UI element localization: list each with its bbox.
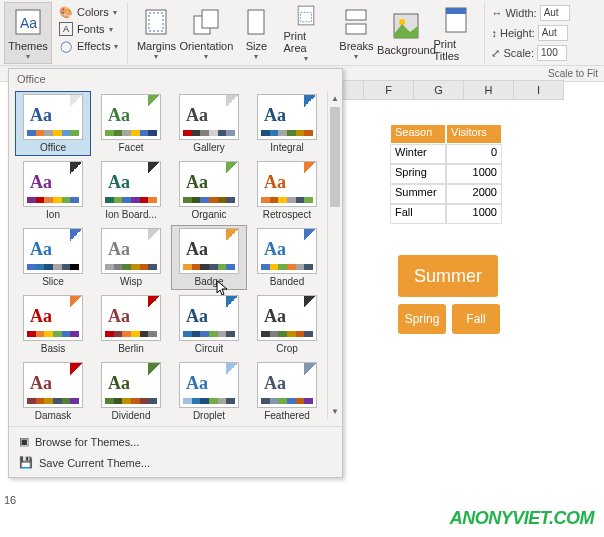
theme-item-ion[interactable]: Aa Ion [15,158,91,223]
theme-label: Feathered [264,410,310,421]
table-row[interactable]: Fall1000 [390,204,502,224]
cell-season[interactable]: Summer [390,184,446,204]
svg-text:Aa: Aa [20,15,37,31]
theme-item-gallery[interactable]: Aa Gallery [171,91,247,156]
cell-season[interactable]: Spring [390,164,446,184]
table-row[interactable]: Winter0 [390,144,502,164]
scale-input[interactable]: 100 [537,45,567,61]
theme-item-ionboard[interactable]: Aa Ion Board... [93,158,169,223]
theme-label: Retrospect [263,209,311,220]
svg-rect-6 [248,10,264,34]
effects-button[interactable]: ◯Effects▾ [56,38,121,54]
breaks-button[interactable]: Breaks▾ [332,2,380,64]
width-input[interactable]: Aut [540,5,570,21]
col-hdr-h[interactable]: H [464,80,514,100]
theme-item-dividend[interactable]: Aa Dividend [93,359,169,424]
svg-rect-10 [346,24,366,34]
margins-button[interactable]: Margins▾ [132,2,180,64]
width-label: Width: [505,7,536,19]
theme-label: Badge [195,276,224,287]
effects-icon: ◯ [59,39,73,53]
theme-label: Ion [46,209,60,220]
scroll-down-icon[interactable]: ▼ [328,404,342,419]
svg-rect-9 [346,10,366,20]
theme-item-banded[interactable]: Aa Banded [249,225,325,290]
print-area-button[interactable]: Print Area▾ [282,2,330,64]
cell-visitors[interactable]: 0 [446,144,502,164]
col-hdr-f[interactable]: F [364,80,414,100]
row-number-16[interactable]: 16 [0,493,20,507]
save-icon: 💾 [19,456,33,469]
print-titles-button[interactable]: Print Titles [432,2,480,64]
background-button[interactable]: Background [382,2,430,64]
colors-label: Colors [77,6,109,18]
worksheet[interactable]: F G H I Season Visitors Winter0Spring100… [340,80,604,537]
theme-item-damask[interactable]: Aa Damask [15,359,91,424]
data-table: Season Visitors Winter0Spring1000Summer2… [390,124,502,224]
theme-item-wisp[interactable]: Aa Wisp [93,225,169,290]
smartart-summer[interactable]: Summer [398,255,498,297]
theme-label: Basis [41,343,65,354]
height-input[interactable]: Aut [538,25,568,41]
theme-label: Organic [191,209,226,220]
theme-item-facet[interactable]: Aa Facet [93,91,169,156]
theme-item-basis[interactable]: Aa Basis [15,292,91,357]
theme-label: Crop [276,343,298,354]
smartart-fall[interactable]: Fall [452,304,500,334]
scroll-up-icon[interactable]: ▲ [328,91,342,106]
theme-item-integral[interactable]: Aa Integral [249,91,325,156]
width-row: ↔Width:Aut [489,4,571,22]
theme-item-retrospect[interactable]: Aa Retrospect [249,158,325,223]
fonts-label: Fonts [77,23,105,35]
theme-item-office[interactable]: Aa Office [15,91,91,156]
scroll-thumb[interactable] [330,107,340,207]
scrollbar[interactable]: ▲ ▼ [327,91,342,419]
browse-themes-label: Browse for Themes... [35,436,139,448]
svg-rect-2 [146,10,166,34]
table-hdr-visitors[interactable]: Visitors [446,124,502,144]
fonts-button[interactable]: AFonts▾ [56,21,121,37]
table-hdr-season[interactable]: Season [390,124,446,144]
cell-visitors[interactable]: 1000 [446,164,502,184]
theme-label: Integral [270,142,303,153]
col-hdr-i[interactable]: I [514,80,564,100]
theme-thumb: Aa [23,228,83,274]
svg-rect-14 [446,8,466,14]
chevron-down-icon: ▾ [26,52,30,61]
themes-button[interactable]: Aa Themes ▾ [4,2,52,64]
corner-cell[interactable] [340,80,364,100]
browse-themes-item[interactable]: ▣Browse for Themes... [9,431,342,452]
table-row[interactable]: Summer2000 [390,184,502,204]
effects-label: Effects [77,40,110,52]
col-hdr-g[interactable]: G [414,80,464,100]
cell-season[interactable]: Winter [390,144,446,164]
cell-visitors[interactable]: 1000 [446,204,502,224]
theme-thumb: Aa [101,295,161,341]
theme-thumb: Aa [23,295,83,341]
theme-thumb: Aa [179,94,239,140]
theme-item-crop[interactable]: Aa Crop [249,292,325,357]
height-label: Height: [500,27,535,39]
cell-season[interactable]: Fall [390,204,446,224]
watermark: ANONYVIET.COM [450,508,594,529]
size-label: Size [246,40,267,52]
theme-item-droplet[interactable]: Aa Droplet [171,359,247,424]
theme-thumb: Aa [179,161,239,207]
theme-item-circuit[interactable]: Aa Circuit [171,292,247,357]
theme-item-feathered[interactable]: Aa Feathered [249,359,325,424]
theme-item-slice[interactable]: Aa Slice [15,225,91,290]
cell-visitors[interactable]: 2000 [446,184,502,204]
scale-row: ⤢Scale:100 [489,44,569,62]
size-button[interactable]: Size▾ [232,2,280,64]
theme-thumb: Aa [101,228,161,274]
orientation-button[interactable]: Orientation▾ [182,2,230,64]
save-theme-item[interactable]: 💾Save Current Theme... [9,452,342,473]
colors-button[interactable]: 🎨Colors▾ [56,4,121,20]
table-row[interactable]: Spring1000 [390,164,502,184]
theme-item-badge[interactable]: Aa Badge [171,225,247,290]
theme-item-berlin[interactable]: Aa Berlin [93,292,169,357]
themes-label: Themes [8,40,48,52]
theme-item-organic[interactable]: Aa Organic [171,158,247,223]
theme-label: Office [40,142,66,153]
smartart-spring[interactable]: Spring [398,304,446,334]
